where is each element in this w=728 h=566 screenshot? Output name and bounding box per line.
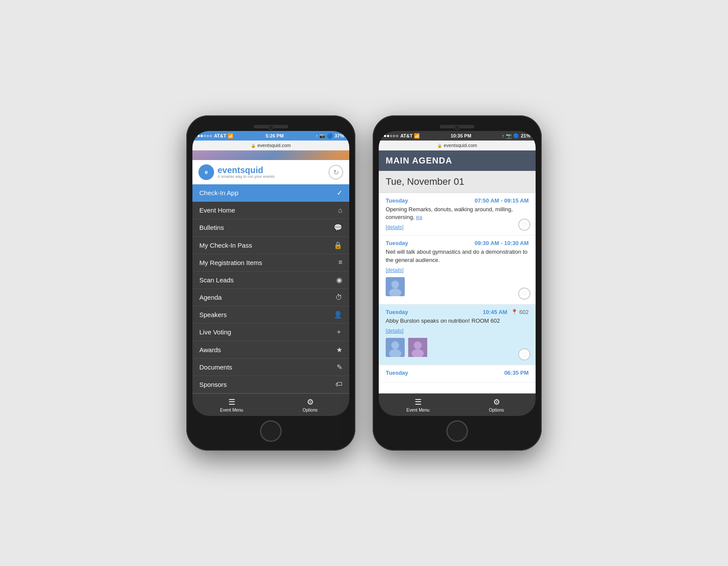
agenda-icon: ⏱ (330, 294, 342, 301)
session-3-desc: Abby Burston speaks on nutrition! ROOM 6… (386, 317, 529, 325)
menu-item-documents[interactable]: Documents ✎ (192, 359, 349, 376)
session-4-time: 06:35 PM (504, 370, 529, 376)
home-button-right[interactable] (446, 420, 468, 442)
session-3-speakers (386, 338, 529, 357)
address-bar-right: eventsquid.com (379, 141, 536, 150)
heart-btn-2[interactable]: ♡ (518, 288, 530, 300)
phone-camera (268, 125, 273, 130)
menu-item-awards[interactable]: Awards ★ (192, 341, 349, 359)
menu-item-agenda[interactable]: Agenda ⏱ (192, 289, 349, 306)
menu-label-checkinpass: My Check-In Pass (199, 242, 252, 249)
session-3-header: Tuesday 10:45 AM 📍 602 (386, 309, 529, 315)
session-2-day: Tuesday (386, 240, 408, 246)
menu-label-eventhome: Event Home (199, 206, 235, 214)
url-right: eventsquid.com (444, 143, 477, 148)
session-2: Tuesday 09:30 AM - 10:30 AM Neil will ta… (379, 236, 536, 304)
carrier-right: AT&T 📶 (384, 133, 420, 139)
menu-item-sponsors[interactable]: Sponsors 🏷 (192, 376, 349, 393)
url-left: eventsquid.com (257, 143, 291, 148)
screen-right: MAIN AGENDA Tue, November 01 Tuesday 07:… (379, 150, 536, 393)
menu-label-agenda: Agenda (199, 294, 222, 301)
session-1-details[interactable]: [details] (386, 224, 403, 230)
nav-menu-right[interactable]: ☰ Event Menu (379, 394, 457, 416)
lock-icon-right (437, 143, 442, 148)
heart-btn-3[interactable]: ♡ (518, 348, 530, 360)
home-button-left[interactable] (260, 420, 282, 442)
menu-label-checkin: Check-In App (199, 189, 238, 196)
menu-label-bulletins: Bulletins (199, 224, 224, 231)
menu-label-speakers: Speakers (199, 311, 227, 318)
svg-point-32 (414, 341, 422, 349)
speaker-thumb-3 (408, 338, 427, 357)
menu-icon-right: ☰ (379, 397, 457, 407)
session-3-day: Tuesday (386, 309, 408, 315)
checkinpass-icon: 🔒 (330, 241, 342, 249)
session-2-speakers (386, 277, 529, 296)
svg-point-29 (391, 341, 399, 349)
menu-logo: e eventsquid A smarter way to run your e… (198, 164, 275, 180)
logo-text: eventsquid A smarter way to run your eve… (218, 165, 275, 179)
svg-point-26 (391, 281, 399, 288)
session-1: Tuesday 07:50 AM - 09:15 AM Opening Rema… (379, 193, 536, 236)
menu-label-awards: Awards (199, 346, 221, 353)
left-phone: AT&T 📶 5:26 PM ↑ 📷 🔵 37% eventsquid.com (186, 115, 355, 451)
menu-label-regitems: My Registration Items (199, 259, 262, 266)
bulletins-icon: 💬 (330, 223, 342, 232)
speaker-thumb-2 (386, 338, 405, 357)
scanleads-icon: ◉ (330, 276, 342, 284)
livevoting-icon: ＋ (330, 327, 342, 337)
eventhome-icon: ⌂ (330, 206, 342, 214)
session-1-desc: Opening Remarks, donuts, walking around,… (386, 206, 529, 221)
nav-options-left[interactable]: ⚙ Options (271, 394, 349, 416)
agenda-title: MAIN AGENDA (386, 156, 452, 165)
status-right-left: ↑ 📷 🔵 37% (315, 133, 344, 139)
session-3: Tuesday 10:45 AM 📍 602 Abby Burston spea… (379, 304, 536, 365)
regitems-icon: ≡ (330, 258, 342, 266)
menu-item-regitems[interactable]: My Registration Items ≡ (192, 254, 349, 272)
session-1-link[interactable]: ea (416, 214, 422, 220)
session-4-header: Tuesday 06:35 PM (386, 370, 529, 376)
session-3-location: 📍 602 (511, 309, 529, 315)
session-3-time: 10:45 AM (483, 309, 507, 315)
session-1-header: Tuesday 07:50 AM - 09:15 AM (386, 197, 529, 204)
menu-label-sponsors: Sponsors (199, 381, 227, 388)
status-bar-left: AT&T 📶 5:26 PM ↑ 📷 🔵 37% (192, 131, 349, 141)
session-3-details[interactable]: [details] (386, 328, 403, 334)
documents-icon: ✎ (330, 363, 342, 371)
session-2-desc: Neil will talk about gymnastics and do a… (386, 248, 529, 264)
options-icon-right: ⚙ (457, 397, 536, 407)
menu-label-scanleads: Scan Leads (199, 276, 234, 284)
menu-icon-left: ☰ (192, 397, 271, 407)
menu-header: e eventsquid A smarter way to run your e… (192, 160, 349, 184)
session-1-time: 07:50 AM - 09:15 AM (474, 197, 529, 204)
agenda-header: MAIN AGENDA (379, 150, 536, 171)
session-1-day: Tuesday (386, 197, 408, 204)
status-right-right: ↑ 📷 🔵 21% (502, 133, 530, 139)
nav-menu-left[interactable]: ☰ Event Menu (192, 394, 271, 416)
menu-item-checkin[interactable]: Check-In App ✓ (192, 184, 349, 202)
speaker-thumb-1 (386, 277, 405, 296)
bottom-nav-left: ☰ Event Menu ⚙ Options (192, 393, 349, 416)
nav-options-right[interactable]: ⚙ Options (457, 394, 536, 416)
address-bar-left: eventsquid.com (192, 141, 349, 150)
menu-item-speakers[interactable]: Speakers 👤 (192, 306, 349, 324)
refresh-button[interactable]: ↻ (328, 165, 343, 180)
menu-item-livevoting[interactable]: Live Voting ＋ (192, 324, 349, 341)
menu-item-checkinpass[interactable]: My Check-In Pass 🔒 (192, 237, 349, 254)
menu-panel: e eventsquid A smarter way to run your e… (192, 160, 349, 393)
session-2-details[interactable]: [details] (386, 267, 403, 273)
session-2-time: 09:30 AM - 10:30 AM (474, 240, 529, 246)
lock-icon-left (251, 143, 256, 148)
session-4-day: Tuesday (386, 370, 408, 376)
menu-label-documents: Documents (199, 363, 232, 371)
checkin-icon: ✓ (330, 189, 342, 197)
status-bar-right: AT&T 📶 10:35 PM ↑ 📷 🔵 21% (379, 131, 536, 141)
session-2-header: Tuesday 09:30 AM - 10:30 AM (386, 240, 529, 246)
options-icon-left: ⚙ (271, 397, 349, 407)
speakers-icon: 👤 (330, 311, 342, 319)
menu-item-eventhome[interactable]: Event Home ⌂ (192, 202, 349, 219)
svg-text:e: e (205, 169, 208, 175)
menu-item-bulletins[interactable]: Bulletins 💬 (192, 219, 349, 236)
agenda-date: Tue, November 01 (379, 171, 536, 193)
menu-item-scanleads[interactable]: Scan Leads ◉ (192, 272, 349, 289)
